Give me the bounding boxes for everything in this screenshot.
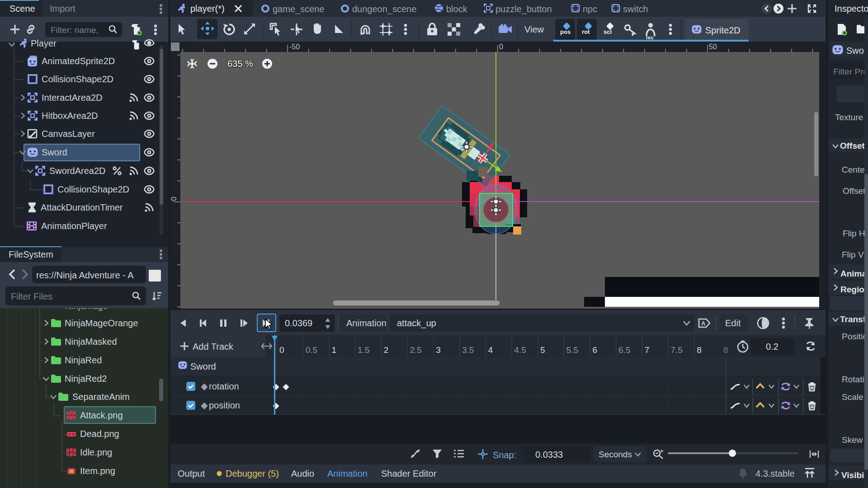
svg-text:A: A [701, 320, 706, 327]
